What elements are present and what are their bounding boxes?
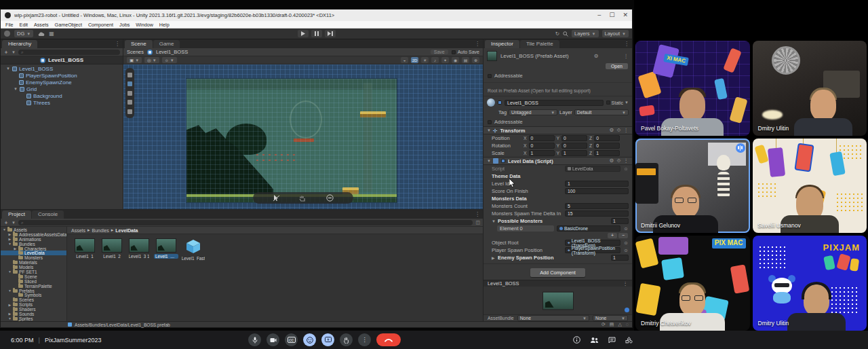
transform-component-header[interactable]: ▼⊹ Transform ⚙⟐⋮: [484, 126, 632, 134]
menu-jobs[interactable]: Jobs: [119, 22, 130, 28]
close-button[interactable]: ✕: [623, 12, 628, 18]
console-message-icon[interactable]: ▤: [610, 322, 614, 327]
folder-row[interactable]: Shaders: [1, 307, 66, 312]
account-dropdown[interactable]: DG▼: [14, 30, 33, 37]
tab-console[interactable]: Console: [32, 210, 64, 219]
participant-tile[interactable]: Savelii Usmanov: [753, 139, 867, 234]
layers-dropdown[interactable]: Layers▼: [572, 30, 598, 37]
tab-hierarchy[interactable]: Hierarchy: [2, 40, 37, 48]
tab-inspector[interactable]: Inspector: [485, 40, 519, 48]
panel-menu-icon[interactable]: ⋮: [621, 41, 632, 48]
menu-component[interactable]: Component: [88, 22, 113, 28]
rotate-tool-icon[interactable]: [127, 91, 132, 96]
undo-history-icon[interactable]: ↻: [555, 31, 559, 37]
folder-row[interactable]: ▶AddressableAssetsData: [1, 232, 66, 237]
folder-row[interactable]: ▼Bundles: [1, 242, 66, 246]
hierarchy-item[interactable]: Threes: [1, 99, 123, 106]
score-field[interactable]: 100: [565, 188, 629, 194]
move-tool-icon[interactable]: [127, 81, 132, 86]
spawn-delta-field[interactable]: 15: [565, 210, 629, 217]
raise-hand-button[interactable]: [340, 333, 353, 346]
folder-row[interactable]: Materials: [1, 260, 66, 265]
element-0-field[interactable]: BasicDrone: [557, 225, 620, 232]
hierarchy-item[interactable]: ▼Level1_BOSS: [1, 65, 123, 72]
object-picker-icon[interactable]: ⊙: [623, 240, 629, 246]
participant-tile[interactable]: Dmitry Ulitin: [753, 41, 867, 136]
level-id-field[interactable]: 1: [565, 181, 629, 187]
activities-icon[interactable]: [625, 337, 633, 344]
add-component-button[interactable]: Add Component: [530, 268, 585, 277]
breadcrumb-leveldata[interactable]: LevelData: [115, 228, 138, 233]
asset-item[interactable]: Level1_3 1: [127, 238, 151, 259]
pause-button[interactable]: [311, 30, 322, 37]
view-options-dropdown[interactable]: ◎ ▼: [144, 57, 159, 63]
menu-help[interactable]: Help: [159, 22, 170, 28]
more-icon[interactable]: ⋮: [624, 53, 629, 59]
folder-row[interactable]: ▼PF SET1: [1, 270, 66, 274]
gear-icon[interactable]: ⚙: [610, 127, 614, 134]
folder-row[interactable]: Models: [1, 265, 66, 270]
folder-row[interactable]: ▼Assets: [1, 227, 66, 232]
folder-row[interactable]: ▶Sounds: [1, 312, 66, 316]
leveldata-component-header[interactable]: ▼ Level Data (Script) ⚙⟐⋮: [484, 157, 632, 165]
folder-row[interactable]: ▶Animations: [1, 237, 66, 242]
folder-row[interactable]: Symbols: [1, 293, 66, 297]
hierarchy-item[interactable]: ▼Grid: [1, 86, 123, 92]
addressable-checkbox[interactable]: [488, 120, 492, 124]
people-icon[interactable]: [590, 337, 599, 344]
scale-x-field[interactable]: 1: [529, 150, 555, 156]
scene-header-row[interactable]: Level1_BOSS: [1, 56, 123, 65]
scale-z-field[interactable]: 1: [594, 150, 620, 156]
breadcrumb-bundles[interactable]: Bundles: [92, 228, 109, 233]
menu-window[interactable]: Window: [136, 22, 153, 28]
scene-viewport[interactable]: [123, 65, 483, 209]
tab-tile-palette[interactable]: Tile Palette: [520, 40, 559, 48]
autosave-toggle[interactable]: Auto Save: [452, 50, 479, 54]
remove-element-button[interactable]: −: [618, 233, 628, 238]
folder-row[interactable]: TerrainPalette: [1, 284, 66, 289]
rotation-x-field[interactable]: 0: [529, 143, 555, 149]
folder-row[interactable]: ▼Sprites: [1, 316, 66, 321]
effects-dropdown[interactable]: ☼ ▼: [162, 57, 177, 63]
menu-file[interactable]: File: [5, 22, 14, 28]
possible-monsters-size-field[interactable]: 1: [611, 218, 629, 224]
grid-icon[interactable]: ▦: [49, 31, 54, 37]
project-search-input[interactable]: ⌕: [18, 220, 473, 225]
asset-item-selected[interactable]: Level1_BO...: [154, 238, 178, 259]
account-icon[interactable]: [4, 31, 10, 37]
gear-icon[interactable]: ⚙: [610, 158, 614, 164]
view-tool-icon[interactable]: [127, 73, 132, 77]
more-icon[interactable]: ⋮: [623, 280, 628, 287]
position-z-field[interactable]: 0: [594, 135, 620, 141]
rect-tool-icon[interactable]: [127, 109, 132, 114]
panel-menu-icon[interactable]: ⋮: [472, 41, 483, 48]
enemy-spawn-size-field[interactable]: 1: [611, 255, 629, 261]
menu-assets[interactable]: Assets: [34, 22, 49, 28]
prefab-context-bar[interactable]: [253, 192, 353, 204]
lighting-toggle-icon[interactable]: ☀: [421, 57, 429, 63]
menu-edit[interactable]: Edit: [20, 22, 28, 28]
refresh-icon[interactable]: ⟳: [601, 322, 606, 327]
audio-toggle-icon[interactable]: ♪: [431, 57, 439, 63]
gameobject-name-field[interactable]: Level1_BOSS: [505, 100, 604, 106]
object-picker-icon[interactable]: ⊙: [623, 247, 629, 253]
captions-button[interactable]: cc: [285, 333, 298, 346]
object-picker-icon[interactable]: ⊙: [623, 166, 629, 172]
tab-game[interactable]: Game: [153, 40, 180, 48]
folder-row[interactable]: Monsters: [1, 255, 66, 260]
save-button[interactable]: Save: [431, 50, 448, 54]
panel-menu-icon[interactable]: ⋮: [112, 41, 123, 48]
scenes-breadcrumb[interactable]: Scenes: [127, 49, 144, 55]
hidden-objects-icon[interactable]: ◉: [452, 57, 459, 63]
foldout-arrow-icon[interactable]: ▼: [6, 67, 10, 71]
maximize-button[interactable]: ☐: [609, 12, 614, 18]
possible-monsters-row[interactable]: ▼ Possible Monsters 1: [484, 217, 632, 225]
participant-tile-speaking[interactable]: Dmitrii Gelunov: [635, 139, 750, 234]
participant-tile[interactable]: PIX MAC Dmitriy Chetverikov: [635, 236, 750, 331]
asset-item[interactable]: Level1_Fast: [181, 238, 205, 261]
participant-tile[interactable]: XI MAC Pavel Bokay-Poltavets: [635, 41, 750, 136]
search-icon[interactable]: [563, 31, 568, 37]
gear-icon[interactable]: ⚙: [594, 53, 599, 59]
panel-menu-icon[interactable]: ⋮: [472, 211, 483, 219]
asset-item[interactable]: Level1_1: [73, 238, 97, 259]
